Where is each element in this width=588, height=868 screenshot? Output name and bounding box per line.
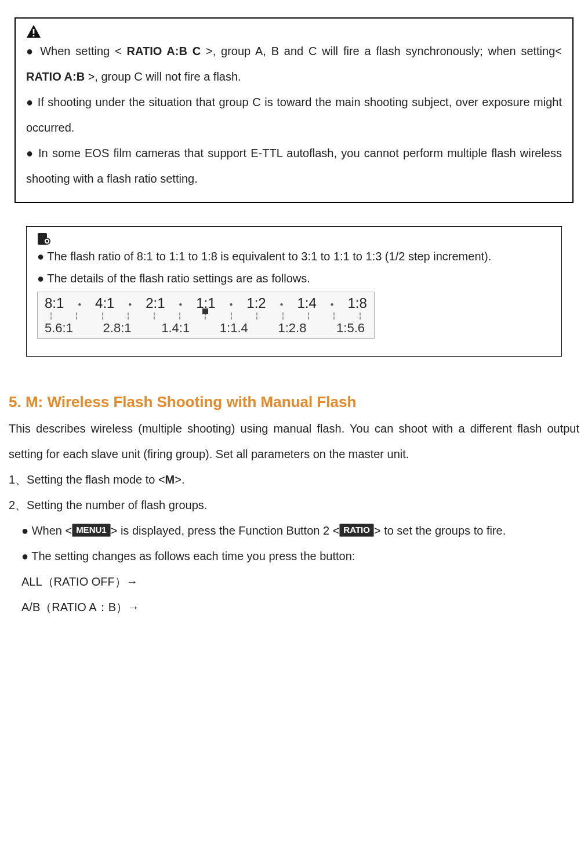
svg-point-6 bbox=[46, 240, 48, 242]
text: ● When setting < bbox=[26, 45, 127, 57]
info-icon bbox=[37, 233, 551, 245]
step-2: 2、Setting the number of flash groups. bbox=[9, 492, 579, 518]
scale-ticks bbox=[43, 312, 368, 320]
scale-dot: ● bbox=[128, 301, 132, 311]
info-bullet-2: ● The details of the flash ratio setting… bbox=[37, 267, 551, 289]
scale-label: 1:1.4 bbox=[220, 321, 248, 335]
text: > is displayed, press the Function Butto… bbox=[111, 524, 340, 537]
svg-rect-1 bbox=[33, 29, 35, 34]
menu1-badge: MENU1 bbox=[72, 524, 111, 537]
scale-label: 5.6:1 bbox=[45, 321, 73, 335]
text: 1、Setting the flash mode to < bbox=[9, 473, 165, 486]
warning-bullet-1: ● When setting < RATIO A:B C >, group A,… bbox=[26, 38, 562, 89]
info-bullet-1: ● The flash ratio of 8:1 to 1:1 to 1:8 i… bbox=[37, 245, 551, 267]
step-2-sub-2: ● The setting changes as follows each ti… bbox=[9, 543, 579, 569]
step-1: 1、Setting the flash mode to <M>. bbox=[9, 467, 579, 492]
scale-dot: ● bbox=[179, 301, 182, 311]
section-heading: 5. M: Wireless Flash Shooting with Manua… bbox=[9, 391, 579, 412]
text-bold: M bbox=[165, 473, 175, 486]
scale-label: 1:5.6 bbox=[336, 321, 365, 335]
warning-bullet-2: ● If shooting under the situation that g… bbox=[26, 89, 562, 140]
text: >, group A, B and C will fire a flash sy… bbox=[201, 45, 562, 57]
ratio-scale-diagram: 8:1● 4:1● 2:1● 1:1● 1:2● 1:4● 1:8 5.6:1 … bbox=[37, 292, 375, 339]
scale-dot: ● bbox=[331, 301, 334, 311]
text-bold: RATIO A:B C bbox=[127, 45, 201, 57]
scale-label: 1:4 bbox=[297, 296, 316, 311]
text-bold: RATIO A:B bbox=[26, 70, 85, 83]
scale-dot: ● bbox=[280, 301, 284, 311]
text: > to set the groups to fire. bbox=[374, 524, 506, 537]
text: >, group C will not fire a flash. bbox=[85, 70, 241, 83]
scale-label: 2:1 bbox=[146, 296, 165, 311]
info-box: ● The flash ratio of 8:1 to 1:1 to 1:8 i… bbox=[26, 226, 562, 357]
section-intro: This describes wireless (multiple shooti… bbox=[9, 416, 579, 467]
sequence-line-1: ALL（RATIO OFF）→ bbox=[9, 569, 579, 594]
scale-dot: ● bbox=[229, 301, 233, 311]
warning-icon bbox=[26, 24, 562, 38]
step-2-sub-1: ● When <MENU1> is displayed, press the F… bbox=[9, 518, 579, 543]
scale-bottom-row: 5.6:1 2.8:1 1.4:1 1:1.4 1:2.8 1:5.6 bbox=[43, 321, 368, 335]
scale-label: 4:1 bbox=[95, 296, 114, 311]
scale-label: 8:1 bbox=[45, 296, 64, 311]
scale-label: 1.4:1 bbox=[161, 321, 190, 335]
svg-rect-2 bbox=[33, 35, 35, 37]
text: >. bbox=[175, 473, 184, 486]
text: ● When < bbox=[21, 524, 72, 537]
scale-dot: ● bbox=[78, 301, 81, 311]
scale-label: 1:8 bbox=[347, 296, 366, 311]
scale-label: 1:2 bbox=[246, 296, 266, 311]
ratio-badge: RATIO bbox=[339, 524, 374, 537]
scale-label: 1:2.8 bbox=[278, 321, 306, 335]
sequence-line-2: A/B（RATIO A：B）→ bbox=[9, 594, 579, 620]
warning-bullet-3: ● In some EOS film cameras that support … bbox=[26, 140, 562, 191]
scale-center-marker bbox=[202, 308, 208, 314]
scale-label: 2.8:1 bbox=[103, 321, 132, 335]
warning-box: ● When setting < RATIO A:B C >, group A,… bbox=[14, 17, 574, 203]
